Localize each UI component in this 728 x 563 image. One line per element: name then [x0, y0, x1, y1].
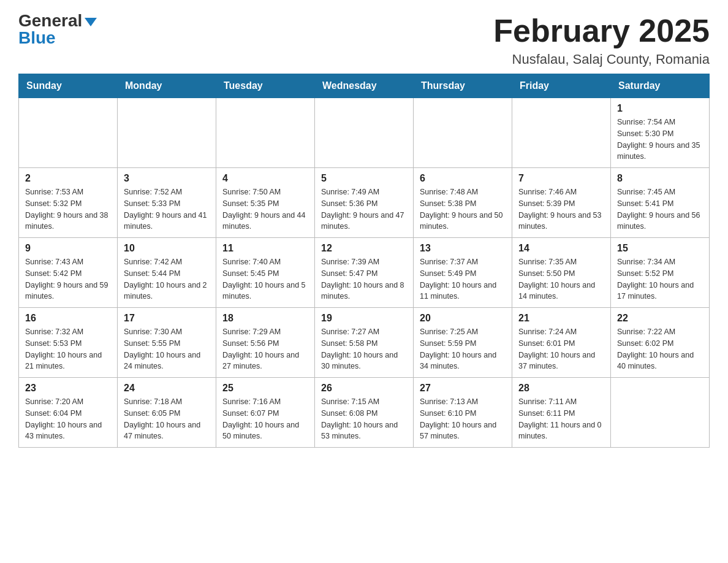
logo-line2: Blue [18, 29, 56, 47]
calendar-cell-w1-d6 [512, 98, 611, 168]
calendar-cell-w2-d1: 2Sunrise: 7:53 AMSunset: 5:32 PMDaylight… [19, 168, 118, 238]
day-info: Sunrise: 7:46 AMSunset: 5:39 PMDaylight:… [518, 186, 604, 232]
day-info: Sunrise: 7:39 AMSunset: 5:47 PMDaylight:… [321, 256, 407, 302]
day-number: 14 [518, 243, 604, 254]
calendar-week-3: 9Sunrise: 7:43 AMSunset: 5:42 PMDaylight… [19, 238, 710, 308]
day-info: Sunrise: 7:49 AMSunset: 5:36 PMDaylight:… [321, 186, 407, 232]
calendar-cell-w1-d4 [315, 98, 414, 168]
day-info: Sunrise: 7:53 AMSunset: 5:32 PMDaylight:… [25, 186, 111, 232]
calendar-cell-w5-d2: 24Sunrise: 7:18 AMSunset: 6:05 PMDayligh… [118, 378, 216, 448]
col-saturday: Saturday [611, 74, 710, 98]
calendar-cell-w3-d7: 15Sunrise: 7:34 AMSunset: 5:52 PMDayligh… [611, 238, 710, 308]
calendar-cell-w3-d5: 13Sunrise: 7:37 AMSunset: 5:49 PMDayligh… [414, 238, 512, 308]
day-number: 25 [222, 383, 308, 394]
calendar-cell-w4-d6: 21Sunrise: 7:24 AMSunset: 6:01 PMDayligh… [512, 308, 611, 378]
day-info: Sunrise: 7:40 AMSunset: 5:45 PMDaylight:… [222, 256, 308, 302]
calendar-cell-w2-d7: 8Sunrise: 7:45 AMSunset: 5:41 PMDaylight… [611, 168, 710, 238]
calendar-cell-w4-d2: 17Sunrise: 7:30 AMSunset: 5:55 PMDayligh… [118, 308, 216, 378]
day-info: Sunrise: 7:35 AMSunset: 5:50 PMDaylight:… [518, 256, 604, 302]
day-info: Sunrise: 7:52 AMSunset: 5:33 PMDaylight:… [124, 186, 210, 232]
logo-line1: General [18, 12, 97, 29]
calendar-header-row: Sunday Monday Tuesday Wednesday Thursday… [19, 74, 710, 98]
day-info: Sunrise: 7:45 AMSunset: 5:41 PMDaylight:… [617, 186, 703, 232]
day-info: Sunrise: 7:29 AMSunset: 5:56 PMDaylight:… [222, 326, 308, 372]
day-info: Sunrise: 7:22 AMSunset: 6:02 PMDaylight:… [617, 326, 703, 372]
day-info: Sunrise: 7:54 AMSunset: 5:30 PMDaylight:… [617, 117, 703, 163]
calendar-cell-w5-d3: 25Sunrise: 7:16 AMSunset: 6:07 PMDayligh… [216, 378, 315, 448]
day-number: 18 [222, 313, 308, 324]
location-title: Nusfalau, Salaj County, Romania [493, 52, 710, 67]
day-info: Sunrise: 7:43 AMSunset: 5:42 PMDaylight:… [25, 256, 111, 302]
calendar-cell-w1-d3 [216, 98, 315, 168]
day-info: Sunrise: 7:16 AMSunset: 6:07 PMDaylight:… [222, 396, 308, 442]
calendar-cell-w2-d2: 3Sunrise: 7:52 AMSunset: 5:33 PMDaylight… [118, 168, 216, 238]
day-info: Sunrise: 7:48 AMSunset: 5:38 PMDaylight:… [420, 186, 506, 232]
day-number: 28 [518, 383, 604, 394]
day-info: Sunrise: 7:25 AMSunset: 5:59 PMDaylight:… [420, 326, 506, 372]
calendar-cell-w2-d5: 6Sunrise: 7:48 AMSunset: 5:38 PMDaylight… [414, 168, 512, 238]
calendar-cell-w5-d7 [611, 378, 710, 448]
col-monday: Monday [118, 74, 216, 98]
calendar-cell-w1-d5 [414, 98, 512, 168]
day-info: Sunrise: 7:32 AMSunset: 5:53 PMDaylight:… [25, 326, 111, 372]
calendar-cell-w4-d1: 16Sunrise: 7:32 AMSunset: 5:53 PMDayligh… [19, 308, 118, 378]
day-number: 10 [124, 243, 210, 254]
day-info: Sunrise: 7:50 AMSunset: 5:35 PMDaylight:… [222, 186, 308, 232]
day-info: Sunrise: 7:15 AMSunset: 6:08 PMDaylight:… [321, 396, 407, 442]
calendar-cell-w3-d6: 14Sunrise: 7:35 AMSunset: 5:50 PMDayligh… [512, 238, 611, 308]
logo-triangle-icon [85, 18, 97, 26]
calendar-cell-w1-d1 [19, 98, 118, 168]
calendar-cell-w3-d1: 9Sunrise: 7:43 AMSunset: 5:42 PMDaylight… [19, 238, 118, 308]
calendar-week-1: 1Sunrise: 7:54 AMSunset: 5:30 PMDaylight… [19, 98, 710, 168]
calendar-cell-w5-d4: 26Sunrise: 7:15 AMSunset: 6:08 PMDayligh… [315, 378, 414, 448]
calendar-table: Sunday Monday Tuesday Wednesday Thursday… [18, 74, 710, 448]
day-number: 13 [420, 243, 506, 254]
calendar-cell-w2-d3: 4Sunrise: 7:50 AMSunset: 5:35 PMDaylight… [216, 168, 315, 238]
calendar-cell-w5-d1: 23Sunrise: 7:20 AMSunset: 6:04 PMDayligh… [19, 378, 118, 448]
calendar-cell-w5-d6: 28Sunrise: 7:11 AMSunset: 6:11 PMDayligh… [512, 378, 611, 448]
day-info: Sunrise: 7:42 AMSunset: 5:44 PMDaylight:… [124, 256, 210, 302]
col-thursday: Thursday [414, 74, 512, 98]
day-info: Sunrise: 7:11 AMSunset: 6:11 PMDaylight:… [518, 396, 604, 442]
col-sunday: Sunday [19, 74, 118, 98]
day-info: Sunrise: 7:30 AMSunset: 5:55 PMDaylight:… [124, 326, 210, 372]
day-number: 2 [25, 173, 111, 184]
day-number: 27 [420, 383, 506, 394]
calendar-cell-w3-d3: 11Sunrise: 7:40 AMSunset: 5:45 PMDayligh… [216, 238, 315, 308]
calendar-cell-w5-d5: 27Sunrise: 7:13 AMSunset: 6:10 PMDayligh… [414, 378, 512, 448]
day-number: 7 [518, 173, 604, 184]
header: General Blue February 2025 Nusfalau, Sal… [18, 12, 710, 67]
day-number: 12 [321, 243, 407, 254]
calendar-cell-w3-d2: 10Sunrise: 7:42 AMSunset: 5:44 PMDayligh… [118, 238, 216, 308]
day-info: Sunrise: 7:18 AMSunset: 6:05 PMDaylight:… [124, 396, 210, 442]
day-number: 8 [617, 173, 703, 184]
calendar-cell-w4-d5: 20Sunrise: 7:25 AMSunset: 5:59 PMDayligh… [414, 308, 512, 378]
calendar-cell-w1-d7: 1Sunrise: 7:54 AMSunset: 5:30 PMDaylight… [611, 98, 710, 168]
day-info: Sunrise: 7:24 AMSunset: 6:01 PMDaylight:… [518, 326, 604, 372]
day-number: 15 [617, 243, 703, 254]
day-info: Sunrise: 7:34 AMSunset: 5:52 PMDaylight:… [617, 256, 703, 302]
day-number: 4 [222, 173, 308, 184]
day-number: 3 [124, 173, 210, 184]
calendar-cell-w2-d6: 7Sunrise: 7:46 AMSunset: 5:39 PMDaylight… [512, 168, 611, 238]
day-number: 20 [420, 313, 506, 324]
day-number: 9 [25, 243, 111, 254]
day-number: 6 [420, 173, 506, 184]
day-number: 21 [518, 313, 604, 324]
calendar-cell-w2-d4: 5Sunrise: 7:49 AMSunset: 5:36 PMDaylight… [315, 168, 414, 238]
month-title: February 2025 [493, 12, 710, 49]
calendar-cell-w3-d4: 12Sunrise: 7:39 AMSunset: 5:47 PMDayligh… [315, 238, 414, 308]
day-number: 26 [321, 383, 407, 394]
day-info: Sunrise: 7:27 AMSunset: 5:58 PMDaylight:… [321, 326, 407, 372]
col-wednesday: Wednesday [315, 74, 414, 98]
day-info: Sunrise: 7:37 AMSunset: 5:49 PMDaylight:… [420, 256, 506, 302]
day-number: 11 [222, 243, 308, 254]
day-number: 1 [617, 103, 703, 114]
calendar-week-5: 23Sunrise: 7:20 AMSunset: 6:04 PMDayligh… [19, 378, 710, 448]
day-number: 19 [321, 313, 407, 324]
day-number: 23 [25, 383, 111, 394]
calendar-week-2: 2Sunrise: 7:53 AMSunset: 5:32 PMDaylight… [19, 168, 710, 238]
title-area: February 2025 Nusfalau, Salaj County, Ro… [493, 12, 710, 67]
calendar-week-4: 16Sunrise: 7:32 AMSunset: 5:53 PMDayligh… [19, 308, 710, 378]
col-friday: Friday [512, 74, 611, 98]
